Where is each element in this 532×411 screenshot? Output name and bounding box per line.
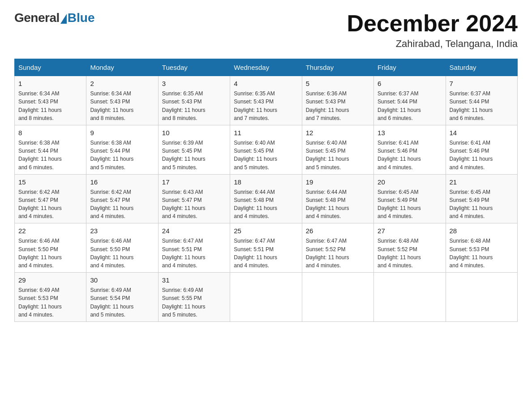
- day-info: Sunrise: 6:45 AMSunset: 5:49 PMDaylight:…: [378, 189, 421, 220]
- calendar-cell: 20 Sunrise: 6:45 AMSunset: 5:49 PMDaylig…: [374, 174, 446, 223]
- calendar-cell: 18 Sunrise: 6:44 AMSunset: 5:48 PMDaylig…: [230, 174, 302, 223]
- day-info: Sunrise: 6:47 AMSunset: 5:51 PMDaylight:…: [234, 238, 277, 269]
- month-year-title: December 2024: [347, 11, 518, 36]
- col-header-tuesday: Tuesday: [158, 59, 230, 76]
- day-number: 5: [306, 79, 370, 88]
- calendar-cell: 12 Sunrise: 6:40 AMSunset: 5:45 PMDaylig…: [302, 125, 373, 174]
- col-header-friday: Friday: [374, 59, 446, 76]
- day-info: Sunrise: 6:41 AMSunset: 5:46 PMDaylight:…: [450, 140, 493, 171]
- col-header-thursday: Thursday: [302, 59, 373, 76]
- calendar-cell: 16 Sunrise: 6:42 AMSunset: 5:47 PMDaylig…: [86, 174, 158, 223]
- calendar-cell: 2 Sunrise: 6:34 AMSunset: 5:43 PMDayligh…: [86, 76, 158, 125]
- calendar-cell: 31 Sunrise: 6:49 AMSunset: 5:55 PMDaylig…: [158, 273, 230, 322]
- calendar-cell: 14 Sunrise: 6:41 AMSunset: 5:46 PMDaylig…: [446, 125, 517, 174]
- logo-triangle-icon: [60, 14, 67, 24]
- location-subtitle: Zahirabad, Telangana, India: [347, 38, 518, 50]
- calendar-cell: 6 Sunrise: 6:37 AMSunset: 5:44 PMDayligh…: [374, 76, 446, 125]
- day-number: 14: [450, 128, 514, 137]
- day-info: Sunrise: 6:42 AMSunset: 5:47 PMDaylight:…: [18, 189, 62, 220]
- day-number: 21: [450, 177, 514, 187]
- day-number: 18: [234, 177, 298, 187]
- calendar-cell: [446, 273, 517, 322]
- day-number: 2: [90, 79, 154, 88]
- day-info: Sunrise: 6:48 AMSunset: 5:53 PMDaylight:…: [450, 238, 493, 269]
- day-number: 19: [306, 177, 370, 187]
- day-info: Sunrise: 6:37 AMSunset: 5:44 PMDaylight:…: [450, 90, 493, 121]
- day-number: 25: [234, 226, 298, 235]
- calendar-cell: 4 Sunrise: 6:35 AMSunset: 5:43 PMDayligh…: [230, 76, 302, 125]
- day-info: Sunrise: 6:34 AMSunset: 5:43 PMDaylight:…: [90, 90, 133, 121]
- calendar-cell: 25 Sunrise: 6:47 AMSunset: 5:51 PMDaylig…: [230, 223, 302, 273]
- calendar-cell: 29 Sunrise: 6:49 AMSunset: 5:53 PMDaylig…: [15, 273, 86, 322]
- day-number: 27: [378, 226, 442, 235]
- day-number: 16: [90, 177, 154, 187]
- day-number: 6: [378, 79, 442, 88]
- day-info: Sunrise: 6:46 AMSunset: 5:50 PMDaylight:…: [18, 238, 62, 269]
- day-info: Sunrise: 6:35 AMSunset: 5:43 PMDaylight:…: [234, 90, 277, 121]
- day-info: Sunrise: 6:48 AMSunset: 5:52 PMDaylight:…: [378, 238, 421, 269]
- logo-general-text: General: [14, 11, 60, 25]
- day-number: 29: [18, 275, 82, 285]
- day-info: Sunrise: 6:46 AMSunset: 5:50 PMDaylight:…: [90, 238, 133, 269]
- calendar-cell: 27 Sunrise: 6:48 AMSunset: 5:52 PMDaylig…: [374, 223, 446, 273]
- calendar-cell: 24 Sunrise: 6:47 AMSunset: 5:51 PMDaylig…: [158, 223, 230, 273]
- calendar-week-row: 1 Sunrise: 6:34 AMSunset: 5:43 PMDayligh…: [15, 76, 518, 125]
- day-info: Sunrise: 6:45 AMSunset: 5:49 PMDaylight:…: [450, 189, 493, 220]
- day-info: Sunrise: 6:44 AMSunset: 5:48 PMDaylight:…: [306, 189, 349, 220]
- day-number: 17: [162, 177, 226, 187]
- calendar-cell: 1 Sunrise: 6:34 AMSunset: 5:43 PMDayligh…: [15, 76, 86, 125]
- day-info: Sunrise: 6:40 AMSunset: 5:45 PMDaylight:…: [306, 140, 349, 171]
- calendar-header-row: SundayMondayTuesdayWednesdayThursdayFrid…: [15, 59, 518, 76]
- day-number: 4: [234, 79, 298, 88]
- day-info: Sunrise: 6:49 AMSunset: 5:54 PMDaylight:…: [90, 287, 133, 318]
- day-info: Sunrise: 6:35 AMSunset: 5:43 PMDaylight:…: [162, 90, 206, 121]
- calendar-cell: 3 Sunrise: 6:35 AMSunset: 5:43 PMDayligh…: [158, 76, 230, 125]
- day-number: 26: [306, 226, 370, 235]
- day-number: 22: [18, 226, 82, 235]
- day-info: Sunrise: 6:36 AMSunset: 5:43 PMDaylight:…: [306, 90, 349, 121]
- day-info: Sunrise: 6:37 AMSunset: 5:44 PMDaylight:…: [378, 90, 421, 121]
- day-number: 12: [306, 128, 370, 137]
- calendar-cell: 15 Sunrise: 6:42 AMSunset: 5:47 PMDaylig…: [15, 174, 86, 223]
- day-info: Sunrise: 6:47 AMSunset: 5:51 PMDaylight:…: [162, 238, 206, 269]
- day-info: Sunrise: 6:38 AMSunset: 5:44 PMDaylight:…: [90, 140, 133, 171]
- calendar-week-row: 8 Sunrise: 6:38 AMSunset: 5:44 PMDayligh…: [15, 125, 518, 174]
- calendar-cell: 8 Sunrise: 6:38 AMSunset: 5:44 PMDayligh…: [15, 125, 86, 174]
- title-block: December 2024 Zahirabad, Telangana, Indi…: [347, 11, 518, 50]
- calendar-cell: 26 Sunrise: 6:47 AMSunset: 5:52 PMDaylig…: [302, 223, 373, 273]
- page-header: General Blue December 2024 Zahirabad, Te…: [14, 11, 518, 50]
- day-number: 9: [90, 128, 154, 137]
- calendar-cell: 30 Sunrise: 6:49 AMSunset: 5:54 PMDaylig…: [86, 273, 158, 322]
- day-number: 11: [234, 128, 298, 137]
- calendar-week-row: 15 Sunrise: 6:42 AMSunset: 5:47 PMDaylig…: [15, 174, 518, 223]
- calendar-cell: 17 Sunrise: 6:43 AMSunset: 5:47 PMDaylig…: [158, 174, 230, 223]
- day-number: 3: [162, 79, 226, 88]
- calendar-week-row: 29 Sunrise: 6:49 AMSunset: 5:53 PMDaylig…: [15, 273, 518, 322]
- day-number: 20: [378, 177, 442, 187]
- col-header-wednesday: Wednesday: [230, 59, 302, 76]
- day-info: Sunrise: 6:38 AMSunset: 5:44 PMDaylight:…: [18, 140, 62, 171]
- day-info: Sunrise: 6:39 AMSunset: 5:45 PMDaylight:…: [162, 140, 206, 171]
- calendar-cell: 28 Sunrise: 6:48 AMSunset: 5:53 PMDaylig…: [446, 223, 517, 273]
- day-info: Sunrise: 6:41 AMSunset: 5:46 PMDaylight:…: [378, 140, 421, 171]
- day-info: Sunrise: 6:49 AMSunset: 5:55 PMDaylight:…: [162, 287, 206, 318]
- calendar-cell: 5 Sunrise: 6:36 AMSunset: 5:43 PMDayligh…: [302, 76, 373, 125]
- calendar-cell: 7 Sunrise: 6:37 AMSunset: 5:44 PMDayligh…: [446, 76, 517, 125]
- calendar-table: SundayMondayTuesdayWednesdayThursdayFrid…: [14, 59, 518, 322]
- col-header-saturday: Saturday: [446, 59, 517, 76]
- day-number: 10: [162, 128, 226, 137]
- logo: General Blue: [14, 11, 94, 25]
- calendar-cell: [230, 273, 302, 322]
- day-info: Sunrise: 6:34 AMSunset: 5:43 PMDaylight:…: [18, 90, 62, 121]
- calendar-week-row: 22 Sunrise: 6:46 AMSunset: 5:50 PMDaylig…: [15, 223, 518, 273]
- day-info: Sunrise: 6:43 AMSunset: 5:47 PMDaylight:…: [162, 189, 206, 220]
- col-header-sunday: Sunday: [15, 59, 86, 76]
- calendar-cell: 19 Sunrise: 6:44 AMSunset: 5:48 PMDaylig…: [302, 174, 373, 223]
- day-info: Sunrise: 6:40 AMSunset: 5:45 PMDaylight:…: [234, 140, 277, 171]
- day-number: 23: [90, 226, 154, 235]
- calendar-cell: 9 Sunrise: 6:38 AMSunset: 5:44 PMDayligh…: [86, 125, 158, 174]
- day-info: Sunrise: 6:44 AMSunset: 5:48 PMDaylight:…: [234, 189, 277, 220]
- day-number: 8: [18, 128, 82, 137]
- calendar-cell: [302, 273, 373, 322]
- day-info: Sunrise: 6:49 AMSunset: 5:53 PMDaylight:…: [18, 287, 62, 318]
